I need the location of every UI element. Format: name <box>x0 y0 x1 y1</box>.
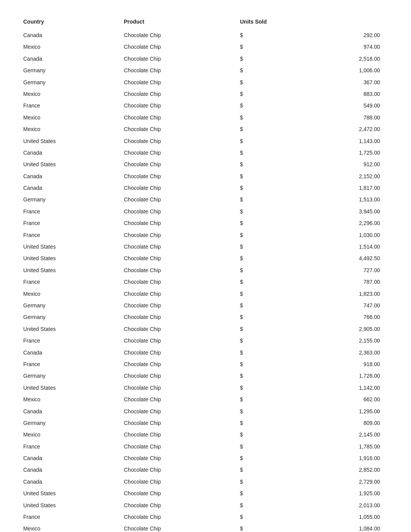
table-row: United StatesChocolate Chip$4,492.50 <box>23 252 388 264</box>
cell-product: Chocolate Chip <box>124 66 240 75</box>
cell-value: 4,492.50 <box>263 254 388 263</box>
cell-value: 2,013.00 <box>263 501 388 510</box>
header-country: Country <box>23 19 124 25</box>
cell-product: Chocolate Chip <box>124 372 240 380</box>
cell-value: 787.00 <box>263 278 388 286</box>
cell-country: United States <box>23 137 124 145</box>
table-row: United StatesChocolate Chip$1,143.00 <box>23 135 388 147</box>
cell-dollar-sign: $ <box>240 477 263 486</box>
cell-value: 3,945.00 <box>263 207 388 216</box>
cell-country: Mexico <box>23 113 124 122</box>
cell-value: 2,152.00 <box>263 172 388 181</box>
table-row: GermanyChocolate Chip$747.00 <box>23 300 388 311</box>
cell-country: France <box>23 231 124 239</box>
cell-product: Chocolate Chip <box>124 231 240 239</box>
cell-value: 1,916.00 <box>263 454 388 462</box>
cell-value: 2,296.00 <box>263 219 388 227</box>
cell-country: United States <box>23 160 124 169</box>
cell-product: Chocolate Chip <box>124 125 240 133</box>
cell-dollar-sign: $ <box>240 360 263 368</box>
cell-dollar-sign: $ <box>240 372 263 380</box>
cell-dollar-sign: $ <box>240 43 263 51</box>
cell-value: 662.00 <box>263 395 388 404</box>
cell-product: Chocolate Chip <box>124 336 240 345</box>
table-row: CanadaChocolate Chip$1,916.00 <box>23 452 388 464</box>
cell-country: France <box>23 278 124 286</box>
cell-country: France <box>23 442 124 451</box>
cell-dollar-sign: $ <box>240 31 263 39</box>
cell-value: 1,513.00 <box>263 195 388 204</box>
cell-dollar-sign: $ <box>240 325 263 333</box>
table-row: MexicoChocolate Chip$2,472.00 <box>23 123 388 135</box>
cell-value: 974.00 <box>263 43 388 51</box>
cell-value: 2,852.00 <box>263 466 388 474</box>
table-row: United StatesChocolate Chip$2,905.00 <box>23 323 388 335</box>
table-row: GermanyChocolate Chip$367.00 <box>23 77 388 88</box>
cell-value: 1,817.00 <box>263 184 388 192</box>
cell-product: Chocolate Chip <box>124 254 240 263</box>
cell-value: 2,905.00 <box>263 325 388 333</box>
cell-dollar-sign: $ <box>240 137 263 145</box>
cell-value: 883.00 <box>263 90 388 98</box>
cell-product: Chocolate Chip <box>124 454 240 462</box>
cell-dollar-sign: $ <box>240 278 263 286</box>
table-row: MexicoChocolate Chip$883.00 <box>23 88 388 100</box>
cell-country: Mexico <box>23 125 124 133</box>
cell-country: Canada <box>23 454 124 462</box>
cell-dollar-sign: $ <box>240 442 263 451</box>
cell-value: 1,295.00 <box>263 407 388 416</box>
cell-product: Chocolate Chip <box>124 184 240 192</box>
cell-country: Germany <box>23 419 124 427</box>
table-row: FranceChocolate Chip$1,785.00 <box>23 441 388 452</box>
cell-value: 727.00 <box>263 266 388 275</box>
cell-country: United States <box>23 242 124 251</box>
cell-product: Chocolate Chip <box>124 348 240 357</box>
table-row: FranceChocolate Chip$1,030.00 <box>23 229 388 241</box>
cell-dollar-sign: $ <box>240 242 263 251</box>
cell-value: 1,514.00 <box>263 242 388 251</box>
cell-product: Chocolate Chip <box>124 43 240 51</box>
table-row: United StatesChocolate Chip$912.00 <box>23 159 388 170</box>
cell-product: Chocolate Chip <box>124 113 240 122</box>
table-row: MexicoChocolate Chip$788.00 <box>23 112 388 123</box>
cell-dollar-sign: $ <box>240 160 263 169</box>
cell-product: Chocolate Chip <box>124 524 240 532</box>
cell-product: Chocolate Chip <box>124 31 240 39</box>
table-row: CanadaChocolate Chip$292.00 <box>23 29 388 41</box>
cell-value: 1,785.00 <box>263 442 388 451</box>
cell-product: Chocolate Chip <box>124 172 240 181</box>
cell-product: Chocolate Chip <box>124 430 240 439</box>
cell-product: Chocolate Chip <box>124 407 240 416</box>
cell-country: Germany <box>23 195 124 204</box>
cell-product: Chocolate Chip <box>124 513 240 521</box>
cell-country: France <box>23 101 124 110</box>
cell-product: Chocolate Chip <box>124 466 240 474</box>
cell-product: Chocolate Chip <box>124 477 240 486</box>
table-row: FranceChocolate Chip$787.00 <box>23 276 388 288</box>
cell-product: Chocolate Chip <box>124 137 240 145</box>
cell-value: 809.00 <box>263 419 388 427</box>
cell-country: Mexico <box>23 430 124 439</box>
cell-dollar-sign: $ <box>240 184 263 192</box>
cell-product: Chocolate Chip <box>124 278 240 286</box>
table-row: FranceChocolate Chip$1,055.00 <box>23 511 388 523</box>
cell-dollar-sign: $ <box>240 172 263 181</box>
cell-country: United States <box>23 325 124 333</box>
cell-product: Chocolate Chip <box>124 301 240 310</box>
table-row: CanadaChocolate Chip$2,852.00 <box>23 464 388 476</box>
cell-value: 2,155.00 <box>263 336 388 345</box>
cell-dollar-sign: $ <box>240 395 263 404</box>
cell-product: Chocolate Chip <box>124 55 240 63</box>
cell-product: Chocolate Chip <box>124 325 240 333</box>
cell-country: Mexico <box>23 90 124 98</box>
cell-product: Chocolate Chip <box>124 384 240 392</box>
cell-dollar-sign: $ <box>240 430 263 439</box>
cell-country: United States <box>23 384 124 392</box>
cell-country: United States <box>23 254 124 263</box>
table-header-row: Country Product Units Sold <box>23 15 388 28</box>
cell-country: United States <box>23 501 124 510</box>
cell-value: 766.00 <box>263 313 388 321</box>
cell-country: Canada <box>23 31 124 39</box>
table-row: United StatesChocolate Chip$1,142.00 <box>23 382 388 394</box>
cell-product: Chocolate Chip <box>124 442 240 451</box>
